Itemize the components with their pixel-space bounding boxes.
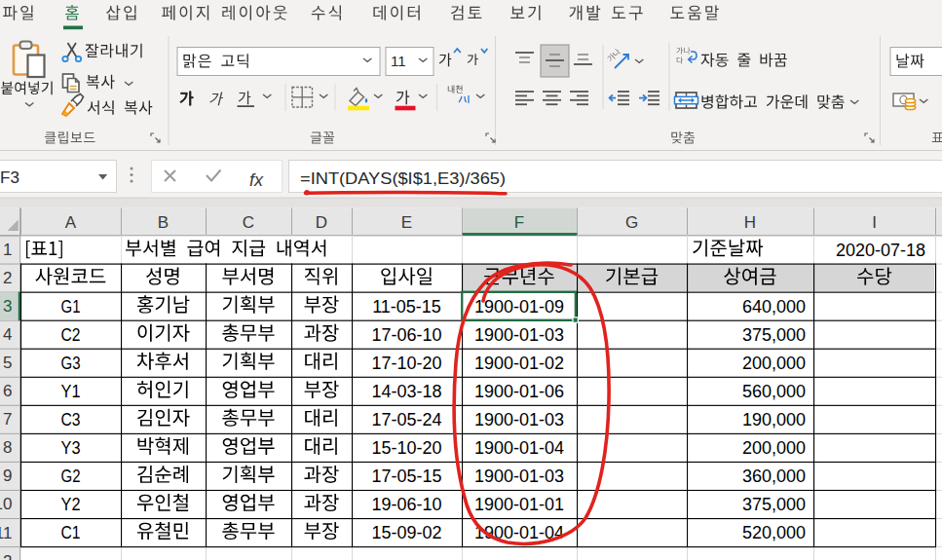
svg-text:17-10-20: 17-10-20 [371, 354, 441, 373]
svg-text:15-10-20: 15-10-20 [371, 438, 441, 458]
svg-text:fx: fx [249, 170, 264, 190]
svg-text:2: 2 [3, 269, 12, 287]
svg-text:5: 5 [3, 354, 12, 372]
svg-text:200,000: 200,000 [742, 438, 806, 458]
svg-text:1900-01-02: 1900-01-02 [474, 354, 564, 373]
svg-text:11: 11 [391, 53, 406, 69]
svg-text:17-05-15: 17-05-15 [371, 467, 441, 486]
svg-text:1: 1 [3, 241, 12, 259]
svg-text:360,000: 360,000 [742, 467, 806, 486]
svg-text:375,000: 375,000 [742, 495, 806, 514]
svg-text:10: 10 [0, 495, 13, 513]
svg-text:11-05-15: 11-05-15 [372, 297, 441, 317]
svg-text:1900-01-04: 1900-01-04 [474, 438, 564, 458]
svg-text:E: E [401, 213, 412, 232]
svg-text:1900-01-01: 1900-01-01 [474, 495, 564, 514]
svg-text:A: A [65, 213, 77, 232]
svg-text:19-06-10: 19-06-10 [371, 495, 441, 514]
svg-text:6: 6 [3, 382, 12, 400]
svg-text:C: C [243, 213, 254, 232]
svg-text:H: H [744, 213, 756, 232]
svg-text:I: I [872, 213, 877, 232]
svg-text:2020-07-18: 2020-07-18 [836, 241, 925, 260]
svg-text:4: 4 [3, 325, 12, 344]
svg-text:8: 8 [3, 438, 12, 457]
svg-text:11: 11 [0, 524, 13, 542]
svg-text:17-06-10: 17-06-10 [371, 325, 441, 345]
svg-text:1900-01-03: 1900-01-03 [474, 410, 564, 429]
svg-text:3: 3 [3, 297, 12, 316]
svg-text:F: F [514, 213, 524, 232]
svg-text:7: 7 [3, 410, 12, 429]
svg-text:12: 12 [0, 552, 13, 560]
svg-text:1900-01-09: 1900-01-09 [474, 297, 564, 317]
svg-text:640,000: 640,000 [742, 297, 806, 317]
svg-text:D: D [316, 213, 327, 232]
svg-text:17-05-24: 17-05-24 [371, 410, 441, 429]
svg-text:1900-01-06: 1900-01-06 [474, 382, 564, 401]
svg-text:G: G [625, 213, 638, 232]
svg-text:F3: F3 [0, 168, 19, 187]
svg-text:Y3: Y3 [61, 438, 81, 458]
svg-text:G3: G3 [61, 354, 81, 373]
svg-text:C3: C3 [61, 410, 81, 429]
svg-text:560,000: 560,000 [742, 382, 806, 401]
svg-text:14-03-18: 14-03-18 [371, 382, 441, 401]
svg-text:15-09-02: 15-09-02 [371, 523, 441, 542]
svg-text:9: 9 [3, 467, 12, 485]
svg-text:C2: C2 [61, 325, 81, 345]
svg-text:520,000: 520,000 [742, 523, 806, 542]
svg-text:C1: C1 [61, 523, 81, 542]
svg-text:1900-01-03: 1900-01-03 [474, 325, 564, 345]
svg-text:200,000: 200,000 [742, 354, 806, 373]
svg-text:190,000: 190,000 [742, 410, 806, 429]
svg-text:375,000: 375,000 [742, 325, 806, 345]
svg-text:G2: G2 [61, 467, 81, 486]
svg-text:B: B [158, 213, 169, 232]
svg-text:Y2: Y2 [61, 495, 81, 514]
svg-text:=INT(DAYS($I$1,E3)/365): =INT(DAYS($I$1,E3)/365) [300, 169, 506, 188]
svg-text:1900-01-03: 1900-01-03 [474, 467, 564, 486]
svg-text:G1: G1 [61, 297, 81, 317]
svg-text:Y1: Y1 [61, 382, 81, 401]
